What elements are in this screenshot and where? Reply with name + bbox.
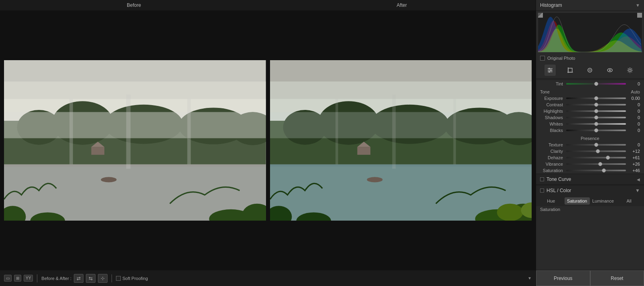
contrast-value: 0 [626, 102, 640, 107]
dehaze-row: Dehaze +61 [536, 154, 644, 161]
bottom-left: ▭ ⊞ YY Before & After : ⇄ ⇆ ⊹ Soft Proof… [0, 270, 536, 286]
shadows-slider-thumb[interactable] [594, 116, 598, 120]
shadows-slider-track[interactable] [566, 117, 626, 118]
crop-tool-icon[interactable] [565, 65, 576, 76]
bottom-dropdown-arrow[interactable]: ▼ [528, 276, 532, 280]
swap-before-after-btn[interactable]: ⇄ [74, 274, 83, 283]
vibrance-slider-thumb[interactable] [598, 162, 602, 166]
clarity-slider-thumb[interactable] [596, 149, 600, 153]
presence-header: Presence [536, 134, 644, 142]
contrast-row: Contrast 0 [536, 101, 644, 108]
highlights-row: Highlights 0 [536, 108, 644, 114]
svg-rect-17 [187, 99, 191, 164]
tint-slider-thumb[interactable] [594, 82, 598, 86]
exposure-row: Exposure 0.00 [536, 95, 644, 101]
shadows-label: Shadows [540, 115, 566, 120]
tint-value: 0 [626, 81, 640, 86]
tint-row: Tint 0 [536, 81, 644, 87]
clarity-row: Clarity +12 [536, 148, 644, 154]
dehaze-slider-track[interactable] [566, 157, 626, 158]
whites-label: Whites [540, 122, 566, 126]
before-after-label: Before & After : [41, 276, 71, 281]
healing-tool-icon[interactable] [584, 65, 595, 76]
svg-rect-36 [357, 147, 370, 155]
original-photo-row: Original Photo [536, 54, 644, 62]
after-label: After [268, 2, 536, 8]
svg-point-52 [549, 68, 550, 69]
tint-slider-track[interactable] [566, 83, 626, 85]
hsl-tab-luminance[interactable]: Luminance [591, 197, 616, 205]
svg-rect-55 [568, 68, 572, 72]
whites-slider-thumb[interactable] [594, 122, 598, 126]
contrast-slider-track[interactable] [566, 104, 626, 105]
whites-slider-track[interactable] [566, 123, 626, 125]
soft-proofing-checkbox[interactable] [116, 276, 121, 281]
saturation-row: Saturation +46 [536, 167, 644, 174]
before-label: Before [0, 2, 268, 8]
view-grid-btn[interactable]: ⊞ [14, 275, 21, 282]
shadows-value: 0 [626, 115, 640, 120]
svg-point-47 [367, 177, 382, 182]
exposure-slider-thumb[interactable] [594, 96, 598, 100]
soft-proofing-row: Soft Proofing [116, 276, 148, 281]
clarity-slider-track[interactable] [566, 150, 626, 152]
dehaze-slider-thumb[interactable] [606, 156, 610, 160]
saturation-slider-track[interactable] [566, 170, 626, 171]
contrast-slider-thumb[interactable] [594, 103, 598, 107]
blacks-row: Blacks 0 [536, 127, 644, 134]
tone-curve-indicator [540, 177, 544, 181]
right-panel: Histogram ▼ Original Photo [536, 0, 644, 270]
svg-rect-33 [270, 112, 532, 138]
saturation-value: +46 [626, 168, 640, 173]
original-photo-checkbox[interactable] [540, 56, 545, 61]
bottom-right: Previous Reset [536, 270, 644, 286]
clarity-value: +12 [626, 149, 640, 154]
saturation-label: Saturation [540, 168, 566, 173]
swap-settings-btn[interactable]: ⇆ [86, 274, 95, 283]
hsl-section-header[interactable]: HSL / Color ▼ [536, 185, 644, 196]
svg-point-22 [101, 177, 116, 182]
histogram-title: Histogram [540, 2, 562, 8]
view-yy-btn[interactable]: YY [24, 275, 33, 282]
view-tool-icon[interactable] [604, 65, 616, 76]
contrast-label: Contrast [540, 102, 566, 107]
hsl-tab-all[interactable]: All [616, 197, 642, 205]
reset-button[interactable]: Reset [590, 270, 644, 286]
hsl-tab-hue[interactable]: Hue [538, 197, 564, 205]
texture-row: Texture 0 [536, 142, 644, 148]
exposure-slider-track[interactable] [566, 97, 626, 99]
texture-slider-thumb[interactable] [594, 143, 598, 147]
svg-rect-13 [91, 147, 105, 155]
previous-button[interactable]: Previous [536, 270, 590, 286]
vibrance-row: Vibrance +26 [536, 161, 644, 167]
auto-button[interactable]: Auto [631, 89, 640, 94]
blacks-slider-thumb[interactable] [594, 128, 598, 132]
svg-rect-40 [453, 99, 456, 164]
saturation-slider-thumb[interactable] [602, 168, 606, 172]
highlights-slider-track[interactable] [566, 110, 626, 112]
settings-tool-icon[interactable] [624, 65, 636, 76]
vibrance-slider-track[interactable] [566, 163, 626, 165]
histogram-dropdown-icon[interactable]: ▼ [636, 3, 640, 8]
highlights-slider-thumb[interactable] [594, 109, 598, 113]
clarity-label: Clarity [540, 149, 566, 154]
blacks-label: Blacks [540, 128, 566, 133]
adjust-tool-icon[interactable] [544, 65, 556, 76]
saturation-section-label: Saturation [536, 206, 644, 213]
tone-curve-section-header[interactable]: Tone Curve ◀ [536, 174, 644, 185]
whites-row: Whites 0 [536, 121, 644, 127]
toolbar-divider [37, 274, 37, 282]
highlights-value: 0 [626, 109, 640, 114]
hsl-tabs: Hue Saturation Luminance All [536, 196, 644, 206]
hsl-section-left: HSL / Color [540, 188, 571, 193]
tone-label: Tone [540, 89, 550, 94]
expand-view-btn[interactable]: ⊹ [98, 274, 108, 283]
histogram-header: Histogram ▼ [536, 0, 644, 11]
dehaze-label: Dehaze [540, 155, 566, 160]
hsl-tab-saturation[interactable]: Saturation [565, 197, 590, 205]
view-single-btn[interactable]: ▭ [4, 275, 12, 282]
svg-rect-10 [4, 112, 266, 138]
histogram-canvas [538, 13, 642, 52]
blacks-slider-track[interactable] [566, 130, 626, 131]
texture-slider-track[interactable] [566, 144, 626, 146]
